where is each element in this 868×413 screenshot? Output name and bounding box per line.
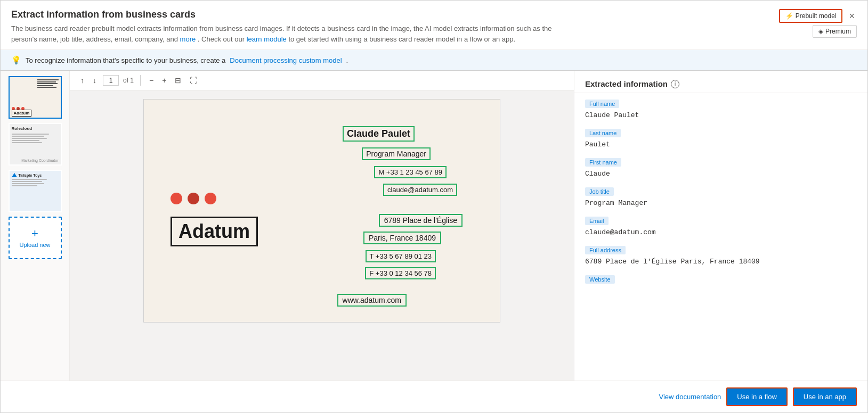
page-total-text: of 1 xyxy=(123,77,134,84)
field-group-5: Full address6789 Place de l'Église Paris… xyxy=(585,246,857,267)
card-name: Claude Paulet xyxy=(343,126,415,142)
field-value-0: Claude Paulet xyxy=(585,110,857,120)
desc-more2-text: . Check out our xyxy=(198,35,245,43)
close-button[interactable]: × xyxy=(847,11,857,21)
card-website: www.adatum.com xyxy=(337,294,407,307)
arrow-up-button[interactable]: ↑ xyxy=(78,75,86,86)
dot-2 xyxy=(188,193,199,204)
field-group-6: Website xyxy=(585,275,857,288)
info-panel-header: Extracted information i xyxy=(574,71,867,93)
diamond-icon: ◈ xyxy=(818,28,823,35)
field-value-6 xyxy=(585,286,857,288)
extracted-info-panel: Extracted information i Full nameClaude … xyxy=(574,71,867,381)
field-label-4: Email xyxy=(585,217,609,225)
field-label-0: Full name xyxy=(585,100,619,108)
upload-new-label: Upload new xyxy=(19,242,50,248)
field-value-1: Paulet xyxy=(585,139,857,150)
business-card: Adatum Claude Paulet Program Manager M +… xyxy=(143,99,500,323)
header-right: ⚡ Prebuilt model × ◈ Premium xyxy=(779,9,857,38)
use-in-app-button[interactable]: Use in an app xyxy=(793,387,857,406)
header-left: Extract information from business cards … xyxy=(11,9,571,44)
viewer-toolbar: ↑ ↓ of 1 − + ⊟ ⛶ xyxy=(70,71,574,90)
thumbnail-3[interactable]: Tailspin Toys xyxy=(9,170,62,212)
field-label-1: Last name xyxy=(585,129,621,137)
field-label-2: First name xyxy=(585,158,621,167)
arrow-down-button[interactable]: ↓ xyxy=(91,75,99,86)
card-logo: Adatum xyxy=(171,217,258,246)
card-dots xyxy=(171,193,216,204)
field-value-5: 6789 Place de l'Église Paris, France 184… xyxy=(585,257,857,267)
thumbnail-panel: Adatum Rolecloud xyxy=(1,71,70,381)
desc-end-text: to get started with using a business car… xyxy=(288,35,515,43)
view-documentation-link[interactable]: View documentation xyxy=(659,393,721,401)
prebuilt-model-button[interactable]: ⚡ Prebuilt model xyxy=(779,9,843,23)
desc-learn-link[interactable]: learn module xyxy=(247,35,287,43)
info-banner: 💡 To recognize information that's specif… xyxy=(1,50,867,71)
field-label-3: Job title xyxy=(585,187,614,196)
info-help-icon[interactable]: i xyxy=(671,80,679,88)
custom-model-link[interactable]: Document processing custom model xyxy=(230,56,342,64)
dialog-footer: View documentation Use in a flow Use in … xyxy=(1,381,867,412)
thumbnail-2[interactable]: Rolecloud Marketing Coordinator xyxy=(9,123,62,166)
toolbar-divider xyxy=(140,75,141,86)
main-content: Adatum Rolecloud xyxy=(1,71,867,381)
viewer-canvas: Adatum Claude Paulet Program Manager M +… xyxy=(70,90,574,381)
field-value-4: claude@adatum.com xyxy=(585,227,857,237)
fit-width-button[interactable]: ⊟ xyxy=(173,75,183,86)
info-panel-title: Extracted information xyxy=(585,79,668,88)
extracted-fields-list: Full nameClaude PauletLast namePauletFir… xyxy=(574,93,867,381)
info-banner-text: To recognize information that's specific… xyxy=(26,56,225,64)
field-group-0: Full nameClaude Paulet xyxy=(585,100,857,120)
field-group-2: First nameClaude xyxy=(585,158,857,179)
card-mobile: M +33 1 23 45 67 89 xyxy=(374,166,447,178)
card-fax: F +33 0 12 34 56 78 xyxy=(365,267,436,279)
premium-button[interactable]: ◈ Premium xyxy=(813,25,857,38)
upload-new-button[interactable]: + Upload new xyxy=(9,217,62,259)
zoom-in-button[interactable]: + xyxy=(160,75,168,86)
field-group-3: Job titleProgram Manager xyxy=(585,187,857,208)
info-banner-end: . xyxy=(346,56,348,64)
viewer-panel: ↑ ↓ of 1 − + ⊟ ⛶ xyxy=(70,71,574,381)
page-number-input[interactable] xyxy=(103,75,119,86)
use-in-flow-button[interactable]: Use in a flow xyxy=(726,387,787,406)
field-label-6: Website xyxy=(585,275,615,284)
field-label-5: Full address xyxy=(585,246,626,254)
thumbnail-1[interactable]: Adatum xyxy=(9,76,62,119)
dialog-title: Extract information from business cards xyxy=(11,9,571,20)
zoom-out-button[interactable]: − xyxy=(147,75,156,86)
dialog-description: The business card reader prebuilt model … xyxy=(11,23,571,44)
dot-3 xyxy=(205,193,216,204)
wand-icon: ⚡ xyxy=(785,12,793,20)
field-group-4: Emailclaude@adatum.com xyxy=(585,217,857,237)
field-group-1: Last namePaulet xyxy=(585,129,857,150)
field-value-3: Program Manager xyxy=(585,198,857,208)
info-banner-icon: 💡 xyxy=(11,55,21,65)
dialog-header: Extract information from business cards … xyxy=(1,1,867,50)
dot-1 xyxy=(171,193,182,204)
card-job-title: Program Manager xyxy=(362,147,431,160)
main-dialog: Extract information from business cards … xyxy=(0,0,868,413)
card-address2: Paris, France 18409 xyxy=(363,232,441,244)
card-email: claude@adatum.com xyxy=(383,184,457,196)
desc-more-link[interactable]: more xyxy=(180,35,196,43)
card-telephone: T +33 5 67 89 01 23 xyxy=(366,250,436,262)
full-screen-button[interactable]: ⛶ xyxy=(188,75,199,86)
field-value-2: Claude xyxy=(585,169,857,179)
card-address1: 6789 Place de l'Église xyxy=(379,214,463,227)
plus-icon: + xyxy=(31,228,38,239)
